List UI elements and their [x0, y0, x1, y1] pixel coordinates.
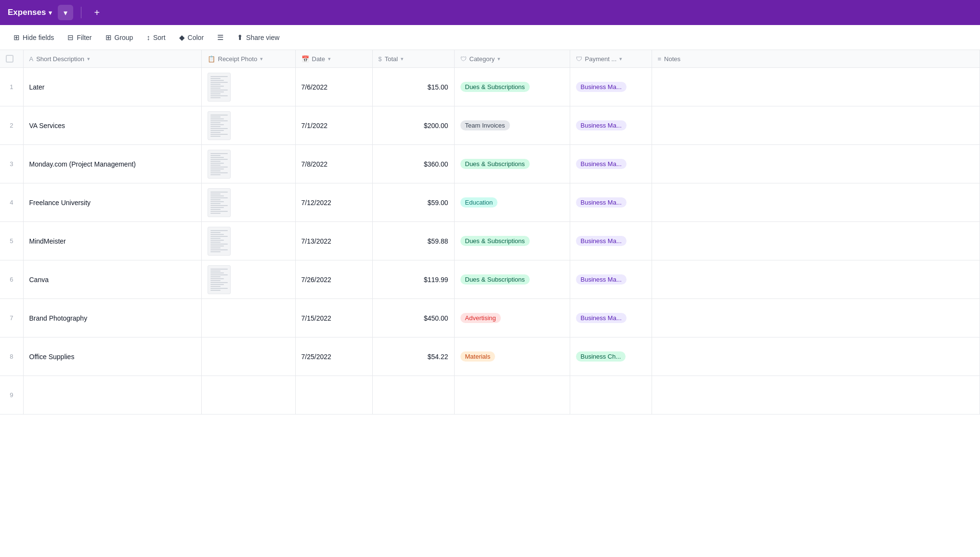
row-receipt[interactable]	[201, 337, 295, 376]
row-description[interactable]: Office Supplies	[23, 337, 201, 376]
group-icon: ⊞	[105, 33, 112, 42]
title-chevron-icon[interactable]: ▾	[49, 9, 52, 16]
col-label-total: Total	[385, 55, 398, 63]
table-row[interactable]: 8Office Supplies7/25/2022$54.22Materials…	[0, 337, 980, 376]
file-icon: 📋	[208, 55, 215, 63]
row-notes[interactable]	[652, 299, 980, 337]
view-chevron-button[interactable]: ▾	[58, 5, 73, 20]
table-row[interactable]: 3Monday.com (Project Management) 7/8/	[0, 145, 980, 183]
table-row[interactable]: 4Freelance University 7/12/2022$59.00	[0, 183, 980, 222]
group-label: Group	[115, 34, 133, 41]
row-description[interactable]: VA Services	[23, 106, 201, 145]
table-row[interactable]: 9	[0, 376, 980, 415]
col-sort-icon-payment: ▾	[619, 56, 622, 62]
row-receipt[interactable]	[201, 183, 295, 222]
payment-badge: Business Ma...	[576, 82, 627, 92]
row-notes[interactable]	[652, 337, 980, 376]
table-row[interactable]: 2VA Services 7/1/2022$200.00Team Invo	[0, 106, 980, 145]
col-header-total[interactable]: $ Total ▾	[372, 50, 454, 68]
row-description[interactable]: Brand Photography	[23, 299, 201, 337]
category-badge: Dues & Subscriptions	[460, 236, 530, 246]
row-notes[interactable]	[652, 376, 980, 415]
row-number: 9	[0, 376, 23, 415]
col-label-payment: Payment ...	[585, 55, 617, 63]
hide-fields-button[interactable]: ⊞ Hide fields	[8, 30, 60, 45]
payment-badge: Business Ma...	[576, 274, 627, 285]
row-total: $450.00	[372, 299, 454, 337]
category-badge: Dues & Subscriptions	[460, 82, 530, 92]
payment-badge: Business Ch...	[576, 351, 626, 362]
row-receipt[interactable]	[201, 106, 295, 145]
row-category: Education	[454, 183, 570, 222]
text-icon: A	[29, 55, 34, 63]
select-all-checkbox[interactable]	[6, 55, 13, 63]
select-all-header[interactable]	[0, 50, 23, 68]
row-total	[372, 376, 454, 415]
row-notes[interactable]	[652, 260, 980, 299]
payment-badge: Business Ma...	[576, 313, 627, 323]
density-icon: ☰	[217, 33, 223, 42]
row-notes[interactable]	[652, 106, 980, 145]
row-date: 7/12/2022	[295, 183, 372, 222]
row-description[interactable]: Later	[23, 68, 201, 106]
col-sort-icon: ▾	[87, 56, 90, 62]
row-total: $119.99	[372, 260, 454, 299]
row-date: 7/25/2022	[295, 337, 372, 376]
row-description[interactable]: Canva	[23, 260, 201, 299]
density-button[interactable]: ☰	[211, 30, 229, 45]
toolbar: ⊞ Hide fields ⊟ Filter ⊞ Group ↕ Sort ◆ …	[0, 25, 980, 50]
group-button[interactable]: ⊞ Group	[100, 30, 139, 45]
row-notes[interactable]	[652, 183, 980, 222]
row-description[interactable]: Monday.com (Project Management)	[23, 145, 201, 183]
top-bar: Expenses ▾ ▾ +	[0, 0, 980, 25]
filter-button[interactable]: ⊟ Filter	[62, 30, 97, 45]
col-sort-icon-receipt: ▾	[260, 56, 263, 62]
category-badge: Team Invoices	[460, 120, 510, 130]
row-description[interactable]: Freelance University	[23, 183, 201, 222]
table-row[interactable]: 5MindMeister 7/13/2022$59.88Dues & Su	[0, 222, 980, 260]
table-row[interactable]: 1Later 7/6/2022$15.00Dues & Subscript	[0, 68, 980, 106]
row-notes[interactable]	[652, 145, 980, 183]
row-payment: Business Ma...	[570, 106, 652, 145]
currency-icon: $	[379, 55, 382, 63]
row-number: 5	[0, 222, 23, 260]
row-receipt[interactable]	[201, 68, 295, 106]
col-label-receipt: Receipt Photo	[218, 55, 258, 63]
row-total: $54.22	[372, 337, 454, 376]
row-payment: Business Ma...	[570, 260, 652, 299]
sort-button[interactable]: ↕ Sort	[141, 30, 171, 44]
share-icon: ⬆	[237, 33, 243, 42]
col-header-description[interactable]: A Short Description ▾	[23, 50, 201, 68]
row-payment: Business Ma...	[570, 68, 652, 106]
table-row[interactable]: 7Brand Photography7/15/2022$450.00Advert…	[0, 299, 980, 337]
category-badge: Advertising	[460, 313, 501, 323]
row-description[interactable]	[23, 376, 201, 415]
col-header-notes[interactable]: ≡ Notes	[652, 50, 980, 68]
col-header-category[interactable]: 🛡 Category ▾	[454, 50, 570, 68]
row-receipt[interactable]	[201, 376, 295, 415]
top-bar-divider	[81, 7, 81, 18]
app-title: Expenses ▾	[8, 8, 52, 17]
receipt-thumbnail	[208, 188, 231, 217]
share-view-label: Share view	[246, 34, 279, 41]
add-view-button[interactable]: +	[89, 5, 105, 20]
row-notes[interactable]	[652, 222, 980, 260]
share-view-button[interactable]: ⬆ Share view	[231, 30, 285, 45]
row-receipt[interactable]	[201, 260, 295, 299]
col-sort-icon-category: ▾	[497, 56, 500, 62]
row-notes[interactable]	[652, 68, 980, 106]
col-header-date[interactable]: 📅 Date ▾	[295, 50, 372, 68]
data-table: A Short Description ▾ 📋 Receipt Photo ▾ …	[0, 50, 980, 415]
col-header-receipt[interactable]: 📋 Receipt Photo ▾	[201, 50, 295, 68]
color-button[interactable]: ◆ Color	[173, 30, 209, 45]
row-receipt[interactable]	[201, 145, 295, 183]
col-header-payment[interactable]: 🛡 Payment ... ▾	[570, 50, 652, 68]
receipt-thumbnail	[208, 150, 231, 179]
row-category: Dues & Subscriptions	[454, 68, 570, 106]
row-category: Team Invoices	[454, 106, 570, 145]
row-receipt[interactable]	[201, 222, 295, 260]
row-description[interactable]: MindMeister	[23, 222, 201, 260]
row-receipt[interactable]	[201, 299, 295, 337]
table-row[interactable]: 6Canva 7/26/2022$119.99Dues & Subscri	[0, 260, 980, 299]
receipt-thumbnail	[208, 227, 231, 256]
